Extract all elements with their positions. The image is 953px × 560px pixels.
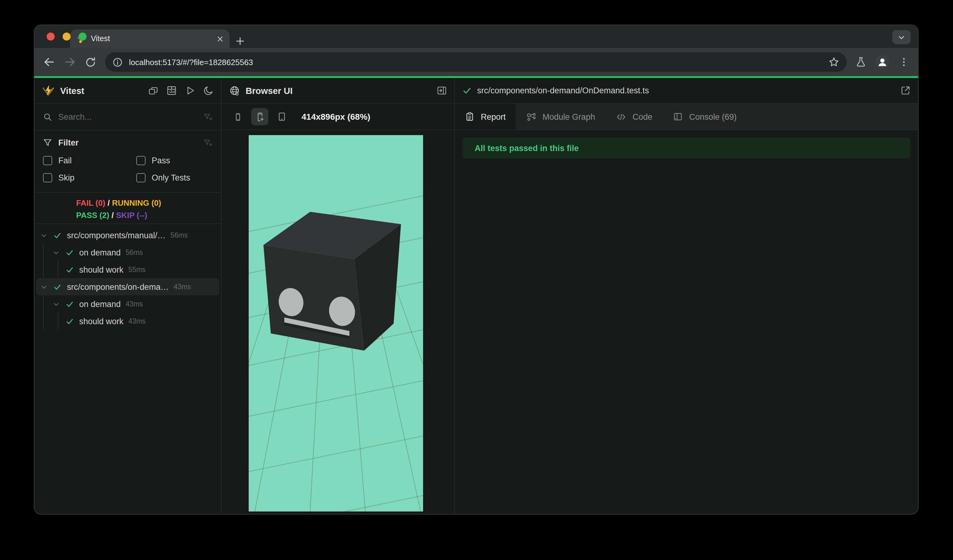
code-icon bbox=[616, 112, 626, 122]
zoom-window-button[interactable] bbox=[79, 33, 87, 40]
skip-count: SKIP (--) bbox=[116, 211, 147, 220]
browser-ui-panel: Browser UI 414x896px bbox=[222, 78, 455, 514]
open-panel-right-icon[interactable] bbox=[436, 85, 447, 96]
browser-window: Vitest bbox=[34, 25, 918, 514]
bookmark-star-icon[interactable] bbox=[828, 56, 840, 68]
filter-checkbox-pass[interactable]: Pass bbox=[136, 152, 213, 169]
device-small-phone-button[interactable] bbox=[229, 108, 246, 125]
file-header: src/components/on-demand/OnDemand.test.t… bbox=[455, 78, 918, 104]
device-phone-plus-button[interactable] bbox=[251, 108, 269, 125]
browser-ui-title: Browser UI bbox=[245, 86, 293, 96]
viewport-size-label: 414x896px (68%) bbox=[301, 112, 370, 122]
test-summary: FAIL (0) / RUNNING (0) PASS (2) / SKIP (… bbox=[34, 193, 221, 224]
new-tab-button[interactable] bbox=[236, 37, 244, 45]
tab-module-graph[interactable]: Module Graph bbox=[515, 104, 605, 130]
chevron-down-icon[interactable] bbox=[39, 283, 48, 290]
tested-app-viewport[interactable] bbox=[249, 135, 423, 512]
checkbox-icon[interactable] bbox=[43, 156, 52, 165]
fail-count: FAIL (0) bbox=[76, 199, 105, 208]
site-info-icon[interactable] bbox=[112, 57, 123, 67]
all-tests-passed-banner: All tests passed in this file bbox=[463, 138, 911, 158]
running-count: RUNNING (0) bbox=[112, 199, 161, 208]
browser-tab[interactable]: Vitest bbox=[70, 29, 230, 48]
pass-count: PASS (2) bbox=[76, 211, 109, 220]
report-content: All tests passed in this file bbox=[455, 130, 918, 514]
clear-filters-icon[interactable] bbox=[203, 138, 213, 147]
tree-row-file-selected[interactable]: src/components/on-dema… 43ms bbox=[36, 278, 219, 295]
address-bar[interactable]: localhost:5173/#/?file=1828625563 bbox=[105, 52, 847, 72]
tab-title: Vitest bbox=[91, 34, 212, 43]
chevron-down-icon[interactable] bbox=[51, 249, 61, 256]
clipboard-icon bbox=[465, 112, 475, 122]
dashboard-icon[interactable] bbox=[148, 85, 158, 96]
vitest-logo-icon bbox=[42, 84, 55, 97]
tree-row-suite[interactable]: on demand 43ms bbox=[36, 295, 219, 313]
minimize-window-button[interactable] bbox=[63, 33, 71, 40]
pass-check-icon bbox=[64, 300, 74, 308]
device-tablet-button[interactable] bbox=[273, 108, 290, 125]
summary-line-2: PASS (2) / SKIP (--) bbox=[76, 211, 221, 223]
report-panel: src/components/on-demand/OnDemand.test.t… bbox=[455, 78, 918, 514]
close-window-button[interactable] bbox=[47, 33, 55, 40]
chevron-down-icon[interactable] bbox=[39, 232, 48, 239]
browser-ui-header: Browser UI bbox=[222, 78, 455, 104]
pass-check-icon bbox=[64, 248, 74, 256]
pass-check-icon bbox=[52, 231, 62, 239]
tab-search-button[interactable] bbox=[892, 30, 911, 44]
filter-section: Filter Fail Pass bbox=[34, 131, 221, 193]
tab-code[interactable]: Code bbox=[605, 104, 663, 130]
vitest-ui: Vitest bbox=[34, 78, 918, 514]
dark-mode-moon-icon[interactable] bbox=[203, 85, 214, 96]
checkbox-icon[interactable] bbox=[43, 173, 52, 182]
open-external-icon[interactable] bbox=[900, 85, 911, 96]
chevron-down-icon[interactable] bbox=[51, 301, 61, 307]
tab-console[interactable]: Console (69) bbox=[663, 104, 747, 130]
filter-checkbox-fail[interactable]: Fail bbox=[43, 152, 136, 169]
clear-search-filter-icon[interactable] bbox=[203, 112, 213, 122]
report-overview-icon[interactable] bbox=[166, 85, 177, 96]
test-tree: src/components/manual/… 56ms on demand 5… bbox=[34, 224, 221, 514]
url-text[interactable]: localhost:5173/#/?file=1828625563 bbox=[129, 57, 822, 67]
summary-line-1: FAIL (0) / RUNNING (0) bbox=[76, 199, 221, 211]
screen: Vitest bbox=[0, 0, 953, 560]
filter-checkbox-only-tests[interactable]: Only Tests bbox=[136, 169, 213, 186]
checkbox-icon[interactable] bbox=[136, 156, 146, 165]
profile-avatar[interactable] bbox=[875, 55, 890, 70]
funnel-icon bbox=[43, 138, 52, 147]
tree-row-file[interactable]: src/components/manual/… 56ms bbox=[36, 226, 219, 244]
search-input[interactable]: Search... bbox=[58, 112, 197, 122]
tab-report[interactable]: Report bbox=[455, 104, 515, 130]
forward-button[interactable] bbox=[64, 56, 76, 68]
file-path: src/components/on-demand/OnDemand.test.t… bbox=[477, 86, 649, 95]
pass-check-icon bbox=[64, 317, 74, 325]
report-tabs: Report Module Graph Code bbox=[455, 104, 918, 130]
browser-menu-kebab-icon[interactable] bbox=[898, 56, 910, 68]
app-title: Vitest bbox=[60, 86, 84, 96]
device-toolbar: 414x896px (68%) bbox=[222, 104, 455, 130]
tab-strip: Vitest bbox=[34, 25, 918, 48]
tree-row-test[interactable]: should work 43ms bbox=[36, 313, 219, 330]
filter-title: Filter bbox=[58, 138, 79, 147]
module-graph-icon bbox=[526, 112, 536, 122]
pass-check-icon bbox=[64, 265, 74, 273]
console-icon bbox=[673, 112, 683, 122]
browser-toolbar: localhost:5173/#/?file=1828625563 bbox=[34, 48, 918, 76]
checkbox-icon[interactable] bbox=[136, 173, 146, 182]
tree-row-test[interactable]: should work 55ms bbox=[36, 261, 219, 278]
sidebar: Vitest bbox=[34, 78, 222, 514]
globe-icon bbox=[229, 85, 240, 96]
filter-checkbox-skip[interactable]: Skip bbox=[43, 169, 136, 186]
file-pass-check-icon bbox=[463, 86, 472, 95]
tree-row-suite[interactable]: on demand 56ms bbox=[36, 244, 219, 261]
robot-cube bbox=[264, 212, 401, 351]
search-row: Search... bbox=[34, 104, 221, 131]
search-icon bbox=[43, 112, 52, 122]
experiments-flask-icon[interactable] bbox=[855, 56, 866, 68]
sidebar-header: Vitest bbox=[34, 78, 221, 104]
back-button[interactable] bbox=[43, 56, 55, 68]
window-controls bbox=[47, 25, 87, 48]
run-all-icon[interactable] bbox=[185, 85, 195, 96]
close-tab-icon[interactable] bbox=[217, 35, 224, 42]
reload-button[interactable] bbox=[85, 56, 96, 68]
pass-check-icon bbox=[52, 283, 62, 291]
